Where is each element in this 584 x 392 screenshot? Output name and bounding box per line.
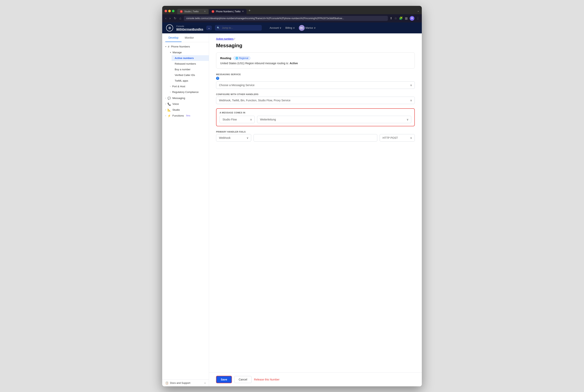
expand-icon-messaging: › bbox=[165, 97, 166, 99]
sidebar-item-verified-caller-ids[interactable]: Verified Caller IDs bbox=[172, 72, 209, 78]
sidebar-item-phone-numbers[interactable]: ▾ # Phone Numbers bbox=[162, 44, 209, 50]
nav-section-phone-numbers: ▾ # Phone Numbers ▾ Manage Active number… bbox=[162, 44, 209, 95]
messaging-service-help[interactable]: ? bbox=[216, 77, 219, 80]
breadcrumb-active-numbers[interactable]: Active numbers bbox=[216, 37, 234, 40]
regional-badge: 🌐 Regional bbox=[233, 56, 250, 60]
profile-avatar[interactable]: M bbox=[410, 16, 414, 21]
header-nav-links: Account ∨ Billing ∨ MC Marius ∨ bbox=[268, 24, 317, 32]
expand-icon-phone-numbers: ▾ bbox=[165, 46, 166, 48]
message-handler-value-wrapper[interactable]: Weiterleitung bbox=[257, 116, 411, 123]
reload-button[interactable]: ↻ bbox=[173, 16, 177, 20]
tab-close-phone[interactable]: ✕ bbox=[242, 10, 244, 13]
new-tab-button[interactable]: + bbox=[247, 8, 252, 14]
maximize-button[interactable] bbox=[172, 10, 174, 12]
message-comes-in-label: A MESSAGE COMES IN bbox=[220, 112, 411, 114]
tab-favicon-phone: T bbox=[212, 10, 214, 13]
message-handler-type-wrapper[interactable]: Studio Flow Webhook bbox=[220, 116, 255, 123]
message-handler-type-dropdown[interactable]: Studio Flow Webhook bbox=[220, 116, 255, 123]
sidebar: Develop Monitor ▾ # Phone Numbers bbox=[162, 34, 209, 386]
nav-sub-manage: ▾ Manage Active numbers Released numbers bbox=[162, 50, 209, 95]
title-bar-controls bbox=[164, 10, 174, 14]
sidebar-icon[interactable]: ▦ bbox=[405, 16, 408, 20]
sidebar-item-voice[interactable]: › 📞 Voice bbox=[162, 101, 209, 107]
workspace-dropdown[interactable]: ⌄ bbox=[206, 26, 212, 30]
messaging-service-dropdown[interactable]: Choose a Messaging Service bbox=[216, 82, 415, 89]
page-title: Messaging bbox=[216, 42, 415, 48]
tab-label-studio: Studio | Twilio bbox=[184, 10, 199, 13]
save-button[interactable]: Save bbox=[216, 376, 232, 383]
content-inner: Active numbers / Messaging Routing 🌐 Reg… bbox=[209, 34, 422, 372]
breadcrumb: Active numbers / bbox=[216, 37, 415, 40]
jump-to-search[interactable] bbox=[215, 25, 262, 31]
primary-handler-row: Webhook HTTP POST bbox=[216, 134, 415, 142]
back-button[interactable]: ‹ bbox=[164, 16, 167, 20]
forward-button[interactable]: › bbox=[169, 16, 171, 20]
sidebar-footer[interactable]: 📋 Docs and Support « bbox=[162, 379, 209, 386]
studio-icon: 📐 bbox=[167, 108, 171, 112]
extensions-icon[interactable]: 🧩 bbox=[399, 16, 403, 20]
content-footer: Save Cancel Release this Number bbox=[209, 372, 422, 386]
console-label: Console bbox=[176, 25, 203, 27]
expand-icon-studio: › bbox=[165, 109, 166, 111]
primary-handler-url-wrapper bbox=[254, 134, 377, 142]
regional-badge-label: Regional bbox=[239, 57, 248, 60]
bookmark-icon[interactable]: ☆ bbox=[394, 16, 397, 20]
collapse-sidebar-button[interactable]: « bbox=[204, 382, 206, 384]
user-avatar: MC bbox=[299, 25, 305, 31]
tab-favicon-studio: T bbox=[180, 10, 183, 13]
message-handler-value-dropdown[interactable]: Weiterleitung bbox=[257, 116, 411, 123]
sidebar-item-functions[interactable]: › ⚡ Functions Beta bbox=[162, 113, 209, 119]
sidebar-tabs: Develop Monitor bbox=[162, 34, 209, 42]
user-dropdown-icon: ∨ bbox=[314, 26, 316, 29]
sidebar-item-studio[interactable]: › 📐 Studio bbox=[162, 107, 209, 113]
account-dropdown-icon: ∨ bbox=[280, 26, 281, 29]
sidebar-tab-monitor[interactable]: Monitor bbox=[181, 34, 197, 42]
browser-tab-phone[interactable]: T Phone Numbers | Twilio ✕ bbox=[209, 9, 247, 14]
primary-handler-type-wrapper[interactable]: Webhook bbox=[216, 134, 251, 142]
primary-handler-method-wrapper[interactable]: HTTP POST bbox=[380, 134, 415, 142]
close-button[interactable] bbox=[164, 10, 167, 12]
content-area: Active numbers / Messaging Routing 🌐 Reg… bbox=[209, 34, 422, 386]
release-number-button[interactable]: Release this Number bbox=[254, 378, 280, 381]
regional-badge-icon: 🌐 bbox=[235, 57, 238, 60]
app-header: ⊕ Console WithGermanBundles ⌄ Account ∨ … bbox=[162, 22, 422, 34]
sidebar-item-messaging[interactable]: › 💬 Messaging bbox=[162, 95, 209, 101]
sidebar-item-released-numbers[interactable]: Released numbers bbox=[172, 61, 209, 66]
cancel-button[interactable]: Cancel bbox=[234, 376, 252, 383]
configure-handlers-section: CONFIGURE WITH OTHER HANDLERS Webhook, T… bbox=[216, 93, 415, 104]
expand-icon-functions: › bbox=[165, 114, 166, 117]
minimize-button[interactable] bbox=[168, 10, 171, 12]
sidebar-item-manage[interactable]: ▾ Manage bbox=[167, 50, 209, 55]
tab-close-studio[interactable]: ✕ bbox=[204, 10, 206, 13]
sidebar-tab-develop[interactable]: Develop bbox=[165, 34, 181, 42]
breadcrumb-separator: / bbox=[234, 37, 235, 40]
messaging-service-section: MESSAGING SERVICE ? Choose a Messaging S… bbox=[216, 73, 415, 89]
functions-icon: ⚡ bbox=[167, 114, 171, 117]
sidebar-item-twiml-apps[interactable]: TwiML apps bbox=[172, 78, 209, 84]
primary-handler-url-input[interactable] bbox=[254, 134, 377, 142]
menu-icon[interactable]: ⋮ bbox=[416, 16, 420, 20]
browser-tab-studio[interactable]: T Studio | Twilio ✕ bbox=[177, 9, 208, 14]
sidebar-item-port-host[interactable]: › Port & Host bbox=[167, 84, 209, 89]
browser-window: T Studio | Twilio ✕ T Phone Numbers | Tw… bbox=[162, 6, 422, 386]
configure-handlers-select-wrapper[interactable]: Webhook, TwiML Bin, Function, Studio Flo… bbox=[216, 97, 415, 104]
url-bar[interactable] bbox=[184, 16, 388, 21]
sidebar-item-buy-number[interactable]: Buy a number bbox=[172, 66, 209, 72]
search-wrapper bbox=[215, 25, 262, 31]
messaging-service-select[interactable]: Choose a Messaging Service bbox=[216, 82, 415, 89]
primary-handler-label: PRIMARY HANDLER FAILS bbox=[216, 130, 415, 133]
home-button[interactable]: ⌂ bbox=[179, 16, 182, 20]
primary-handler-type-dropdown[interactable]: Webhook bbox=[216, 134, 251, 142]
user-nav-link[interactable]: MC Marius ∨ bbox=[297, 24, 317, 32]
primary-handler-section: PRIMARY HANDLER FAILS Webhook HT bbox=[216, 130, 415, 142]
workspace-button[interactable]: WithGermanBundles bbox=[176, 28, 203, 31]
configure-handlers-dropdown[interactable]: Webhook, TwiML Bin, Function, Studio Flo… bbox=[216, 97, 415, 104]
sidebar-item-regulatory[interactable]: › Regulatory Compliance bbox=[167, 89, 209, 95]
docs-icon: 📋 bbox=[165, 382, 168, 384]
routing-header: Routing 🌐 Regional bbox=[220, 56, 411, 60]
share-icon[interactable]: ⬆ bbox=[390, 16, 392, 20]
primary-handler-method-dropdown[interactable]: HTTP POST bbox=[380, 134, 415, 142]
billing-nav-link[interactable]: Billing ∨ bbox=[284, 26, 296, 30]
sidebar-item-active-numbers[interactable]: Active numbers bbox=[172, 55, 209, 61]
account-nav-link[interactable]: Account ∨ bbox=[268, 26, 283, 30]
